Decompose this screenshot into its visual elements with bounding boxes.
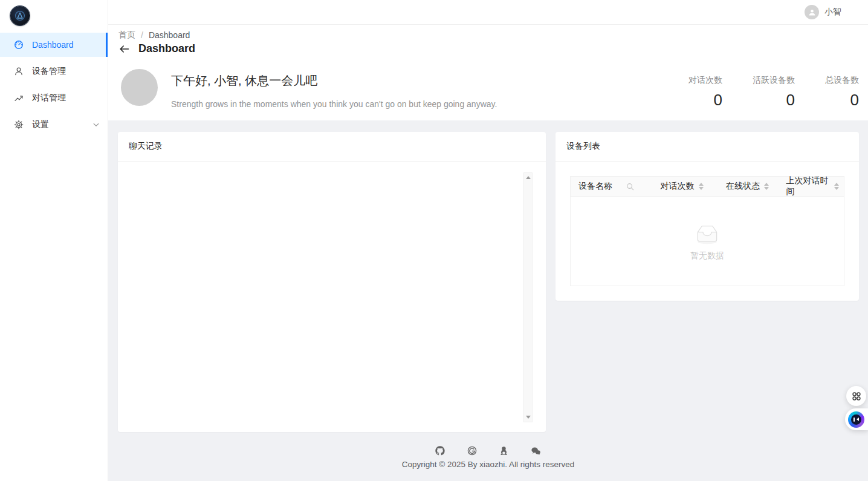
greeting-block: 下午好, 小智, 休息一会儿吧 Strength grows in the mo…: [121, 69, 497, 109]
ai-robot-icon: [848, 411, 864, 428]
column-label: 上次对话时间: [786, 175, 830, 197]
app-logo-icon: [14, 10, 26, 22]
main-content: 聊天记录 设备列表 设备名称 对话次数: [108, 120, 868, 481]
ai-assistant-float-button[interactable]: [845, 408, 868, 430]
device-list-card: 设备列表 设备名称 对话次数 在线状态: [555, 132, 859, 301]
stat-value: 0: [825, 91, 859, 110]
user-avatar: [805, 5, 819, 19]
stat-active-devices: 活跃设备数 0: [753, 75, 795, 110]
column-label: 对话次数: [661, 181, 695, 192]
sort-icon[interactable]: [699, 183, 704, 190]
sidebar-item-label: Dashboard: [32, 40, 74, 50]
stats-row: 对话次数 0 活跃设备数 0 总设备数 0: [688, 75, 859, 110]
github-icon[interactable]: [435, 446, 445, 456]
sidebar-item-conversations[interactable]: 对话管理: [0, 86, 108, 110]
sidebar-item-devices[interactable]: 设备管理: [0, 59, 108, 83]
device-table: 设备名称 对话次数 在线状态 上次对话时间: [570, 176, 844, 286]
qq-icon[interactable]: [499, 446, 508, 456]
sidebar-item-settings[interactable]: 设置: [0, 113, 108, 137]
chevron-down-icon: [93, 123, 99, 127]
device-list-title: 设备列表: [555, 132, 859, 162]
sort-icon[interactable]: [834, 183, 839, 190]
user-name: 小智: [824, 7, 841, 18]
breadcrumb: 首页 / Dashboard: [118, 30, 190, 41]
gear-icon: [14, 120, 24, 129]
scroll-down-arrow-icon[interactable]: [526, 416, 531, 419]
page-header-section: 首页 / Dashboard Dashboard 下午好, 小智, 休息一会儿吧…: [108, 25, 868, 120]
breadcrumb-current: Dashboard: [149, 30, 190, 40]
app-logo[interactable]: [10, 6, 30, 25]
wechat-icon[interactable]: [531, 447, 541, 456]
four-dots-icon: [851, 391, 862, 402]
title-row: Dashboard: [119, 42, 195, 55]
gitee-icon[interactable]: [467, 446, 477, 456]
sidebar-item-label: 设备管理: [32, 66, 66, 77]
column-last-chat-time[interactable]: 上次对话时间: [779, 177, 844, 196]
scroll-up-arrow-icon[interactable]: [526, 176, 531, 179]
empty-inbox-icon: [692, 221, 722, 246]
footer-icons: [108, 446, 868, 456]
sidebar: Dashboard 设备管理 对话管理: [0, 0, 108, 481]
sidebar-item-dashboard[interactable]: Dashboard: [0, 33, 108, 57]
column-label: 设备名称: [578, 181, 612, 192]
breadcrumb-home[interactable]: 首页: [118, 30, 135, 41]
vertical-scrollbar[interactable]: [523, 172, 533, 422]
empty-state: 暂无数据: [571, 197, 844, 286]
empty-text: 暂无数据: [690, 250, 724, 261]
column-device-name[interactable]: 设备名称: [571, 177, 653, 196]
apps-float-button[interactable]: [846, 386, 866, 406]
chat-history-body: [118, 162, 546, 432]
device-table-header: 设备名称 对话次数 在线状态 上次对话时间: [571, 177, 844, 197]
sidebar-item-label: 设置: [32, 119, 49, 130]
footer: Copyright © 2025 By xiaozhi. All rights …: [108, 446, 868, 469]
greeting-title: 下午好, 小智, 休息一会儿吧: [171, 73, 497, 89]
person-icon: [808, 8, 816, 16]
column-label: 在线状态: [726, 181, 760, 192]
greeting-texts: 下午好, 小智, 休息一会儿吧 Strength grows in the mo…: [171, 69, 497, 109]
stat-total-devices: 总设备数 0: [825, 75, 859, 110]
topbar: 小智: [108, 0, 868, 25]
sidebar-menu: Dashboard 设备管理 对话管理: [0, 33, 108, 139]
breadcrumb-separator: /: [141, 30, 143, 40]
greeting-avatar: [121, 69, 158, 106]
trend-icon: [14, 93, 24, 103]
arrow-left-icon[interactable]: [119, 44, 129, 54]
device-user-icon: [14, 67, 24, 76]
stat-label: 活跃设备数: [753, 75, 795, 86]
stat-value: 0: [753, 91, 795, 110]
chat-history-title: 聊天记录: [118, 132, 546, 162]
chat-history-card: 聊天记录: [118, 132, 546, 432]
sidebar-item-label: 对话管理: [32, 93, 66, 103]
dashboard-icon: [14, 40, 24, 50]
page-title: Dashboard: [138, 42, 195, 55]
sort-icon[interactable]: [764, 183, 769, 190]
stat-value: 0: [688, 91, 722, 110]
greeting-quote: Strength grows in the moments when you t…: [171, 99, 497, 109]
user-menu[interactable]: 小智: [805, 5, 841, 19]
search-icon[interactable]: [626, 183, 634, 191]
stat-conversations: 对话次数 0: [688, 75, 722, 110]
copyright-text: Copyright © 2025 By xiaozhi. All rights …: [108, 460, 868, 469]
column-online-status[interactable]: 在线状态: [718, 177, 778, 196]
column-chat-count[interactable]: 对话次数: [653, 177, 718, 196]
stat-label: 总设备数: [825, 75, 859, 86]
stat-label: 对话次数: [688, 75, 722, 86]
